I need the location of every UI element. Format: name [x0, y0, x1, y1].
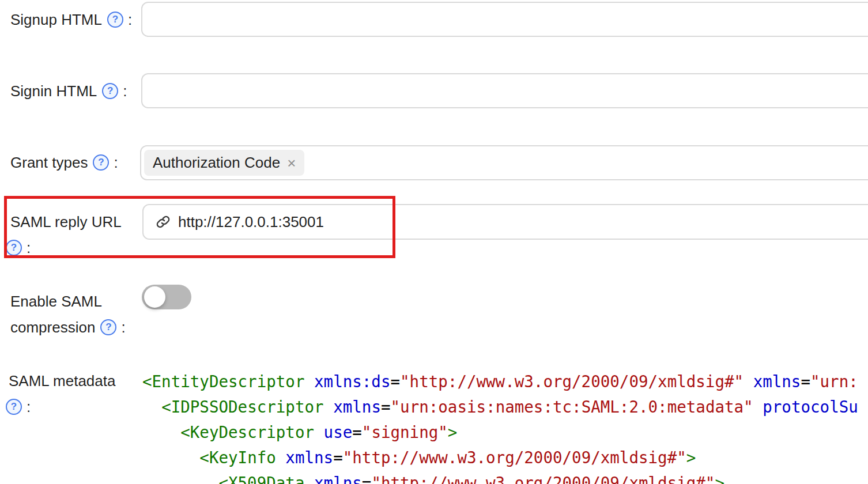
- grant-type-tag-text: Authorization Code: [153, 154, 280, 172]
- code-line: <KeyDescriptor use="signing">: [142, 419, 868, 445]
- code-line: <X509Data xmlns="http://www.w3.org/2000/…: [142, 470, 868, 484]
- question-circle-icon[interactable]: ?: [100, 319, 116, 335]
- link-icon: [155, 214, 171, 230]
- saml-metadata-code-editor[interactable]: <EntityDescriptor xmlns:ds="http://www.w…: [142, 369, 868, 484]
- signin-html-label: Signin HTML ? :: [10, 82, 127, 100]
- question-circle-icon[interactable]: ?: [93, 154, 109, 171]
- enable-saml-compression-toggle[interactable]: [142, 285, 191, 309]
- signin-html-input[interactable]: [141, 73, 868, 108]
- saml-reply-url-label-text: SAML reply URL: [10, 213, 122, 231]
- question-circle-icon[interactable]: ?: [107, 12, 123, 28]
- code-line: <KeyInfo xmlns="http://www.w3.org/2000/0…: [142, 445, 868, 470]
- application-edit-form: Signup HTML ? : Signin HTML ? : Grant ty…: [0, 0, 868, 484]
- question-circle-icon[interactable]: ?: [102, 83, 118, 99]
- label-colon: :: [27, 239, 31, 257]
- saml-metadata-label-line2: ? :: [6, 398, 31, 416]
- label-colon: :: [114, 154, 118, 172]
- enable-saml-compression-label-text2: compression: [10, 319, 95, 336]
- question-circle-icon[interactable]: ?: [6, 240, 22, 256]
- signup-html-input[interactable]: [141, 2, 868, 37]
- saml-metadata-label: SAML metadata: [9, 372, 115, 390]
- saml-metadata-label-text: SAML metadata: [9, 372, 115, 390]
- label-colon: :: [123, 82, 127, 100]
- code-line: <IDPSSODescriptor xmlns="urn:oasis:names…: [142, 394, 868, 419]
- saml-reply-url-label: SAML reply URL: [10, 213, 122, 231]
- close-icon[interactable]: ×: [287, 156, 296, 171]
- label-colon: :: [128, 11, 132, 29]
- grant-types-label: Grant types ? :: [10, 153, 118, 172]
- grant-types-label-text: Grant types: [10, 154, 88, 172]
- question-circle-icon[interactable]: ?: [6, 399, 22, 415]
- enable-saml-compression-label-line2: compression ? :: [10, 318, 126, 336]
- label-colon: :: [121, 319, 125, 336]
- grant-types-select[interactable]: Authorization Code ×: [140, 145, 868, 180]
- label-colon: :: [27, 398, 31, 416]
- signup-html-label: Signup HTML ? :: [10, 10, 132, 29]
- grant-type-tag: Authorization Code ×: [144, 150, 304, 176]
- saml-reply-url-input[interactable]: http://127.0.0.1:35001: [142, 204, 868, 240]
- toggle-knob: [144, 286, 165, 308]
- signup-html-label-text: Signup HTML: [10, 11, 102, 29]
- saml-reply-url-input-value: http://127.0.0.1:35001: [178, 213, 324, 231]
- enable-saml-compression-label-line1: Enable SAML: [10, 293, 102, 311]
- enable-saml-compression-label: Enable SAML: [10, 292, 102, 311]
- code-line: <EntityDescriptor xmlns:ds="http://www.w…: [142, 369, 868, 394]
- saml-reply-url-label-line2: ? :: [6, 239, 31, 257]
- signin-html-label-text: Signin HTML: [10, 82, 97, 100]
